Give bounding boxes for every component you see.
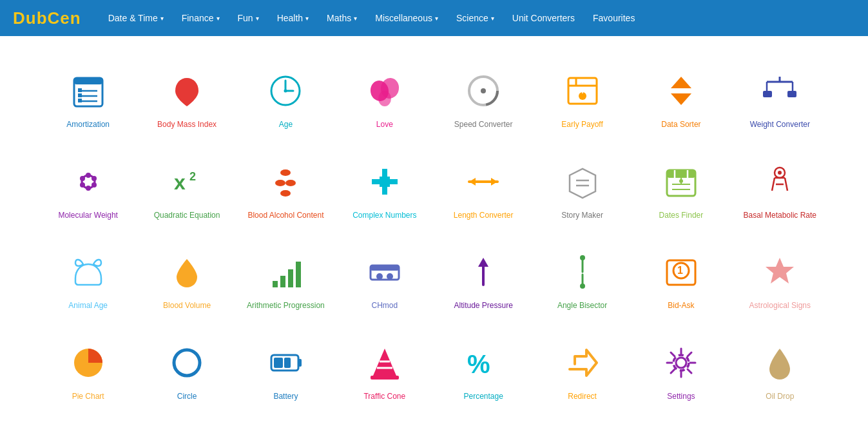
tool-item-percentage[interactable]: %Percentage (434, 327, 533, 412)
svg-point-37 (86, 186, 91, 191)
tool-item-speed-converter[interactable]: Speed Converter (434, 55, 533, 140)
tool-item-amortization[interactable]: Amortization (39, 55, 137, 140)
arithmetic-progression-label: Arithmetic Progression (247, 301, 325, 311)
svg-rect-90 (298, 359, 302, 367)
redirect-label: Redirect (568, 392, 597, 402)
nav-item-favourites[interactable]: Favourites (585, 8, 642, 28)
tool-item-redirect[interactable]: Redirect (533, 327, 632, 412)
bmi-icon (164, 68, 209, 113)
tool-item-basal-metabolic[interactable]: Basal Metabolic Rate (731, 146, 829, 231)
nav-item-maths[interactable]: Maths▾ (319, 8, 365, 28)
nav-item-health[interactable]: Health▾ (269, 8, 316, 28)
tool-item-altitude-pressure[interactable]: Altitude Pressure (434, 236, 533, 321)
nav-item-fun[interactable]: Fun▾ (230, 8, 267, 28)
svg-text:1: 1 (677, 265, 683, 276)
tool-item-dates-finder[interactable]: Dates Finder (632, 146, 730, 231)
angle-bisector-icon (560, 249, 605, 294)
molecular-weight-label: Molecular Weight (58, 211, 117, 221)
svg-marker-23 (671, 77, 691, 88)
complex-numbers-label: Complex Numbers (352, 211, 416, 221)
svg-point-35 (92, 176, 97, 181)
circle-icon (164, 340, 209, 385)
data-sorter-label: Data Sorter (661, 120, 700, 130)
blood-volume-label: Blood Volume (163, 301, 211, 311)
tool-item-oil-drop[interactable]: Oil Drop (731, 327, 829, 412)
svg-marker-52 (491, 178, 497, 186)
love-icon (362, 68, 407, 113)
nav-item-date---time[interactable]: Date & Time▾ (101, 8, 171, 28)
battery-label: Battery (273, 392, 298, 402)
tools-grid: AmortizationBody Mass IndexAgeLoveSpeed … (0, 36, 868, 430)
tool-item-animal-age[interactable]: Animal Age (39, 236, 137, 321)
astrological-signs-icon (757, 249, 802, 294)
svg-text:x: x (174, 171, 186, 194)
blood-volume-icon (164, 249, 209, 294)
tool-item-battery[interactable]: Battery (236, 327, 335, 412)
tool-item-story-maker[interactable]: Story Maker (533, 146, 632, 231)
tool-item-blood-volume[interactable]: Blood Volume (137, 236, 236, 321)
site-logo[interactable]: DubCen (13, 8, 81, 28)
tool-item-age[interactable]: Age (236, 55, 335, 140)
quadratic-equation-label: Quadratic Equation (154, 211, 220, 221)
tool-item-data-sorter[interactable]: Data Sorter (632, 55, 730, 140)
svg-rect-71 (288, 269, 293, 287)
amortization-icon (66, 68, 111, 113)
svg-rect-74 (371, 265, 399, 271)
pie-chart-label: Pie Chart (72, 392, 104, 402)
svg-rect-29 (763, 91, 772, 97)
svg-point-11 (284, 90, 287, 93)
early-payoff-label: Early Payoff (561, 120, 603, 130)
nav-item-finance[interactable]: Finance▾ (174, 8, 227, 28)
tool-item-circle[interactable]: Circle (137, 327, 236, 412)
nav-item-science[interactable]: Science▾ (448, 8, 502, 28)
redirect-icon (560, 340, 605, 385)
tool-item-settings[interactable]: Settings (632, 327, 730, 412)
nav-item-unit-converters[interactable]: Unit Converters (505, 8, 583, 28)
tool-item-love[interactable]: Love (335, 55, 434, 140)
tool-item-traffic-cone[interactable]: Traffic Cone (335, 327, 434, 412)
speed-converter-icon (461, 68, 506, 113)
basal-metabolic-label: Basal Metabolic Rate (744, 211, 816, 221)
tool-item-quadratic-equation[interactable]: x2Quadratic Equation (137, 146, 236, 231)
chmod-label: CHmod (371, 301, 398, 311)
battery-icon (263, 340, 308, 385)
svg-point-17 (481, 88, 486, 93)
altitude-pressure-label: Altitude Pressure (454, 301, 512, 311)
svg-rect-92 (284, 358, 291, 368)
svg-point-98 (676, 358, 686, 368)
story-maker-label: Story Maker (561, 211, 603, 221)
length-converter-icon (461, 159, 506, 204)
tool-item-astrological-signs[interactable]: Astrological Signs (731, 236, 829, 321)
tool-item-pie-chart[interactable]: Pie Chart (39, 327, 137, 412)
tool-item-chmod[interactable]: CHmod (335, 236, 434, 321)
svg-rect-30 (787, 91, 796, 97)
dates-finder-label: Dates Finder (659, 211, 704, 221)
tool-item-angle-bisector[interactable]: Angle Bisector (533, 236, 632, 321)
tool-item-bid-ask[interactable]: 1Bid-Ask (632, 236, 730, 321)
svg-rect-5 (78, 88, 82, 92)
tool-item-complex-numbers[interactable]: iComplex Numbers (335, 146, 434, 231)
tool-item-early-payoff[interactable]: Early Payoff (533, 55, 632, 140)
traffic-cone-icon (362, 340, 407, 385)
tool-item-weight-converter[interactable]: Weight Converter (731, 55, 829, 140)
arithmetic-progression-icon (263, 249, 308, 294)
percentage-icon: % (461, 340, 506, 385)
love-label: Love (376, 120, 393, 130)
traffic-cone-label: Traffic Cone (363, 392, 405, 402)
svg-rect-56 (667, 170, 695, 178)
tool-item-length-converter[interactable]: Length Converter (434, 146, 533, 231)
oil-drop-label: Oil Drop (766, 392, 794, 402)
nav-item-miscellaneous[interactable]: Miscellaneous▾ (367, 8, 446, 28)
tool-item-bmi[interactable]: Body Mass Index (137, 55, 236, 140)
svg-point-44 (285, 180, 296, 186)
svg-rect-91 (274, 358, 283, 368)
nav-menu: Date & Time▾Finance▾Fun▾Health▾Maths▾Mis… (101, 8, 643, 28)
svg-point-88 (174, 350, 200, 376)
age-label: Age (279, 120, 293, 130)
svg-rect-6 (78, 93, 82, 97)
tool-item-blood-alcohol[interactable]: Blood Alcohol Content (236, 146, 335, 231)
tool-item-arithmetic-progression[interactable]: Arithmetic Progression (236, 236, 335, 321)
svg-marker-24 (671, 93, 691, 105)
svg-line-67 (785, 178, 787, 191)
tool-item-molecular-weight[interactable]: Molecular Weight (39, 146, 137, 231)
